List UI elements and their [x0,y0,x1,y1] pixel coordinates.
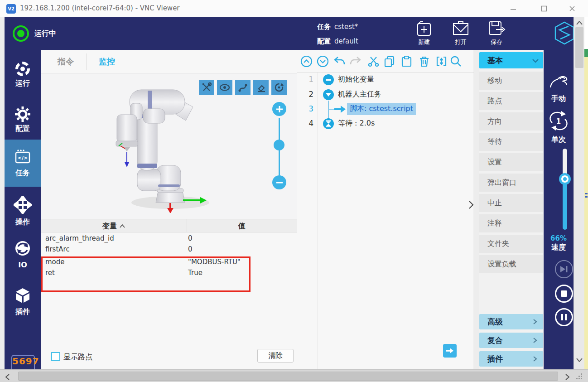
sidebar-label-plugin[interactable]: 插件 [5,307,41,317]
pause-button[interactable] [555,308,573,326]
close-button[interactable] [565,2,579,15]
sidebar-label-operate[interactable]: 操作 [5,218,41,227]
undo-button[interactable] [333,55,346,68]
run-control-sidebar: 手动 1 单次 66% 速度 [544,50,574,369]
window-title: 192.168.1.200 (intel-corei7-64:0) - VNC … [20,4,180,12]
command-group-plugin[interactable]: 插件 [479,351,543,367]
redo-button[interactable] [349,55,361,68]
panel-expander[interactable] [467,198,476,211]
rotate-icon [274,82,284,93]
command-group-basic[interactable]: 基本 [479,52,543,68]
sidebar-label-task[interactable]: 任务 [5,169,41,178]
command-item-waypoint[interactable]: 路点 [479,92,543,110]
sidebar-item-config[interactable] [14,105,32,123]
sidebar-item-task[interactable]: </> [14,148,32,166]
sliver-green-cap [584,49,588,57]
delete-button[interactable] [418,55,430,68]
command-group-advanced[interactable]: 高级 [479,314,543,329]
command-item-wait[interactable]: 等待 [479,133,543,151]
redo-icon [349,55,361,68]
tree-row-script[interactable]: 3 脚本: cstest.script [297,102,473,116]
scroll-right-icon[interactable] [565,374,569,380]
move-up-button[interactable] [300,55,313,68]
program-tree-panel: 1 初始化变量 2 机器人主任务 3 脚本: cstest.s [297,50,473,369]
cut-button[interactable] [367,55,380,68]
visibility-button[interactable] [217,80,232,95]
tree-row-init-variables[interactable]: 1 初始化变量 [297,73,473,87]
command-item-payload[interactable]: 设置负载 [479,255,543,273]
zoom-out-button[interactable] [272,175,286,189]
step-button[interactable] [555,260,573,278]
table-row[interactable]: arc_alarm_thread_id 0 [41,233,297,244]
sidebar-label-config[interactable]: 配置 [5,124,41,134]
tab-monitor[interactable]: 监控 [87,50,127,73]
vnc-viewer-window: V2 192.168.1.200 (intel-corei7-64:0) - V… [0,0,588,382]
clear-button[interactable]: 清除 [257,349,294,363]
plugin-icon [14,286,32,305]
vertical-scrollbar[interactable] [574,17,584,369]
task-value: cstest* [334,23,358,31]
tree-row-main-task[interactable]: 2 机器人主任务 [297,88,473,102]
horizontal-scroll-thumb[interactable] [18,372,558,381]
move-down-button[interactable] [317,55,329,68]
command-item-folder[interactable]: 文件夹 [479,235,543,253]
show-waypoints-checkbox[interactable] [51,352,60,361]
plugin-group-label: 插件 [487,354,503,364]
maximize-button[interactable] [537,2,551,15]
tab-instruction[interactable]: 指令 [45,50,86,73]
manual-mode-button[interactable] [549,73,568,93]
save-task-button[interactable]: 保存 [483,20,510,47]
command-item-popup[interactable]: 弹出窗口 [479,174,543,192]
tools-button[interactable] [199,80,214,95]
command-item-direction[interactable]: 方向 [479,112,543,131]
highlight-annotation-box [41,256,251,292]
rotate-view-button[interactable] [271,80,287,95]
speed-slider-handle[interactable] [559,173,571,185]
collapsed-node-icon[interactable] [323,74,334,85]
robot-3d-view[interactable] [41,73,297,219]
eraser-icon [255,82,266,93]
search-button[interactable] [450,55,462,68]
column-header-variable[interactable]: 变量 [41,219,187,233]
step-forward-button[interactable] [443,344,457,358]
scroll-down-icon[interactable] [576,358,583,362]
line-number: 4 [297,119,313,128]
command-item-move[interactable]: 移动 [479,72,543,90]
horizontal-scrollbar[interactable] [0,369,588,382]
command-item-comment[interactable]: 注释 [479,214,543,232]
zoom-in-button[interactable] [272,102,286,116]
insert-bracket-button[interactable] [435,55,448,68]
command-group-composite[interactable]: 复合 [479,333,543,348]
minimize-button[interactable] [506,2,520,15]
sidebar-label-io[interactable]: IO [5,261,41,269]
sidebar-label-run[interactable]: 运行 [5,79,41,88]
manual-mode-label[interactable]: 手动 [544,94,574,104]
new-task-button[interactable]: 新建 [410,20,438,47]
table-column-divider [187,219,187,232]
command-item-set[interactable]: 设置 [479,153,543,171]
zoom-slider-handle[interactable] [274,140,284,150]
expanded-node-icon[interactable] [323,89,334,100]
copy-button[interactable] [383,55,395,68]
sidebar-item-operate[interactable] [14,196,32,214]
step-icon [559,265,569,273]
scroll-up-icon[interactable] [576,21,583,25]
sidebar-item-io[interactable] [14,239,32,257]
single-run-label[interactable]: 单次 [544,135,574,145]
resize-grip[interactable] [576,373,583,380]
command-item-abort[interactable]: 中止 [479,194,543,212]
table-row[interactable]: firstArc 0 [41,244,297,255]
single-run-button[interactable]: 1 [549,111,569,133]
open-task-button[interactable]: 打开 [447,20,474,47]
vertical-scroll-thumb[interactable] [575,27,583,68]
tree-row-wait[interactable]: 4 等待 : 2.0s [297,117,473,131]
sidebar-item-plugin[interactable] [14,286,32,305]
scroll-left-icon[interactable] [5,374,10,380]
erase-button[interactable] [253,80,269,95]
sidebar-item-run[interactable] [14,60,32,78]
stop-button[interactable] [555,285,573,303]
paste-button[interactable] [400,55,413,68]
speed-slider-fill[interactable] [563,179,567,230]
trajectory-button[interactable] [235,80,251,95]
column-header-value[interactable]: 值 [187,219,297,233]
